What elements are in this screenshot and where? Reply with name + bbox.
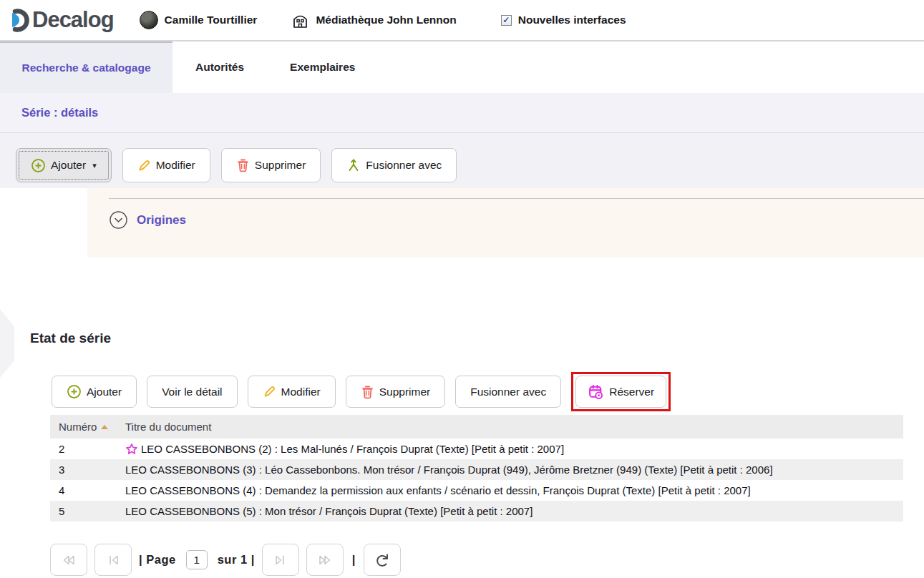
reserver-label: Réserver <box>609 386 654 398</box>
arrow-right-bar-icon <box>273 552 288 568</box>
pencil-icon <box>137 159 151 172</box>
previous-page-button[interactable] <box>94 544 132 576</box>
chevron-down-circle-icon <box>109 210 128 230</box>
library-name: Médiathèque John Lennon <box>316 14 456 26</box>
page-label: | Page <box>139 553 176 567</box>
page-title-bar: Série : détails <box>0 93 924 133</box>
sort-asc-icon <box>101 425 108 429</box>
state-modifier-button[interactable]: Modifier <box>248 376 336 408</box>
row-numero: 3 <box>50 464 125 476</box>
detail-toolbar: Ajouter ▾ Modifier Supprimer Fusionner a… <box>0 133 924 188</box>
page-count-label: sur 1 | <box>218 553 255 567</box>
table-header-row: Numéro Titre du document <box>50 415 903 439</box>
double-arrow-left-icon <box>60 552 77 568</box>
tab-autorites[interactable]: Autorités <box>172 41 267 93</box>
tab-recherche-catalogage[interactable]: Recherche & catalogage <box>0 41 172 93</box>
page-number-input[interactable] <box>186 550 208 569</box>
app-window: Decalog Camille Tourtillier Médiathèque … <box>0 0 924 578</box>
merge-icon <box>346 158 361 172</box>
pager-separator: | <box>352 553 356 567</box>
main-tabbar: Recherche & catalogage Autorités Exempla… <box>0 41 924 93</box>
double-arrow-right-icon <box>316 552 334 568</box>
table-row[interactable]: 2LEO CASSEBONBONS (2) : Les Mal-lunés / … <box>50 439 903 459</box>
first-page-button[interactable] <box>50 544 87 576</box>
user-name: Camille Tourtillier <box>165 14 258 26</box>
fusionner-label: Fusionner avec <box>366 159 442 172</box>
state-ajouter-button[interactable]: Ajouter <box>52 376 137 408</box>
origines-title: Origines <box>137 213 186 227</box>
logo-text: Decalog <box>32 7 114 33</box>
state-ajouter-label: Ajouter <box>87 386 122 398</box>
etat-de-serie-toolbar: Ajouter Voir le détail Modifier Supprime… <box>52 372 924 411</box>
state-supprimer-label: Supprimer <box>379 386 431 398</box>
state-fusionner-button[interactable]: Fusionner avec <box>455 376 561 408</box>
row-titre: LEO CASSEBONBONS (4) : Demandez la permi… <box>125 484 751 496</box>
row-titre-text: LEO CASSEBONBONS (4) : Demandez la permi… <box>125 484 751 496</box>
refresh-icon <box>374 552 391 569</box>
library-building-icon <box>291 11 309 30</box>
table-body: 2LEO CASSEBONBONS (2) : Les Mal-lunés / … <box>50 439 903 521</box>
user-avatar <box>140 11 158 29</box>
etat-de-serie-heading: Etat de série <box>30 330 924 346</box>
next-page-button[interactable] <box>262 544 299 576</box>
last-page-button[interactable] <box>306 544 344 576</box>
state-fusionner-label: Fusionner avec <box>470 386 546 398</box>
page-title: Série : détails <box>21 106 98 119</box>
current-user[interactable]: Camille Tourtillier <box>140 11 258 29</box>
row-titre: LEO CASSEBONBONS (2) : Les Mal-lunés / F… <box>125 443 564 456</box>
trash-icon <box>361 385 374 399</box>
plus-circle-icon <box>67 384 82 399</box>
row-titre: LEO CASSEBONBONS (5) : Mon trésor / Fran… <box>125 505 532 517</box>
voir-le-detail-button[interactable]: Voir le détail <box>147 376 237 408</box>
new-interfaces-label: Nouvelles interfaces <box>518 14 626 26</box>
arrow-left-bar-icon <box>105 552 121 568</box>
origines-collapse-header[interactable]: Origines <box>87 189 924 230</box>
current-library[interactable]: Médiathèque John Lennon <box>291 11 456 30</box>
refresh-button[interactable] <box>364 544 401 576</box>
new-interfaces-toggle[interactable]: ✓ Nouvelles interfaces <box>501 14 626 26</box>
origines-panel: Origines <box>87 188 924 258</box>
voir-detail-label: Voir le détail <box>162 386 222 398</box>
state-modifier-label: Modifier <box>281 386 321 398</box>
row-numero: 5 <box>50 505 125 517</box>
reserver-annotation-box: Réserver <box>571 372 671 411</box>
new-interfaces-checkbox[interactable]: ✓ <box>501 15 512 26</box>
checkbox-check-icon: ✓ <box>502 15 510 25</box>
row-numero: 2 <box>50 443 125 455</box>
modifier-label: Modifier <box>156 159 195 172</box>
plus-circle-icon <box>31 158 46 173</box>
column-header-numero[interactable]: Numéro <box>50 421 125 433</box>
row-titre: LEO CASSEBONBONS (3) : Léo Cassebonbons.… <box>125 464 773 476</box>
ajouter-dropdown-button[interactable]: Ajouter ▾ <box>16 148 112 182</box>
numero-header-label: Numéro <box>59 421 97 433</box>
table-row[interactable]: 3LEO CASSEBONBONS (3) : Léo Cassebonbons… <box>50 459 903 480</box>
pagination-bar: | Page sur 1 | | <box>50 544 924 576</box>
table-row[interactable]: 5LEO CASSEBONBONS (5) : Mon trésor / Fra… <box>50 501 903 521</box>
decalog-logo-icon <box>7 6 31 34</box>
row-titre-text: LEO CASSEBONBONS (5) : Mon trésor / Fran… <box>125 505 532 517</box>
tab-exemplaires[interactable]: Exemplaires <box>267 41 378 93</box>
origines-separator <box>109 198 924 199</box>
row-titre-text: LEO CASSEBONBONS (2) : Les Mal-lunés / F… <box>141 443 564 455</box>
decalog-logo: Decalog <box>7 6 114 34</box>
supprimer-label: Supprimer <box>255 159 306 172</box>
supprimer-button[interactable]: Supprimer <box>221 148 321 182</box>
reserver-button[interactable]: Réserver <box>575 376 666 408</box>
row-numero: 4 <box>50 484 125 496</box>
reserve-calendar-icon <box>588 383 604 400</box>
modifier-button[interactable]: Modifier <box>122 148 210 182</box>
serie-table: Numéro Titre du document 2LEO CASSEBONBO… <box>50 415 903 521</box>
pencil-icon <box>263 385 276 398</box>
state-supprimer-button[interactable]: Supprimer <box>346 376 446 408</box>
collapsed-panel-arrow <box>0 309 14 378</box>
app-header: Decalog Camille Tourtillier Médiathèque … <box>0 0 924 41</box>
column-header-titre[interactable]: Titre du document <box>125 421 211 433</box>
fusionner-avec-button[interactable]: Fusionner avec <box>331 148 457 182</box>
star-icon <box>125 443 138 456</box>
chevron-down-icon: ▾ <box>92 161 97 170</box>
table-row[interactable]: 4LEO CASSEBONBONS (4) : Demandez la perm… <box>50 480 903 501</box>
row-titre-text: LEO CASSEBONBONS (3) : Léo Cassebonbons.… <box>125 464 773 476</box>
trash-icon <box>236 158 250 172</box>
ajouter-label: Ajouter <box>51 159 86 172</box>
